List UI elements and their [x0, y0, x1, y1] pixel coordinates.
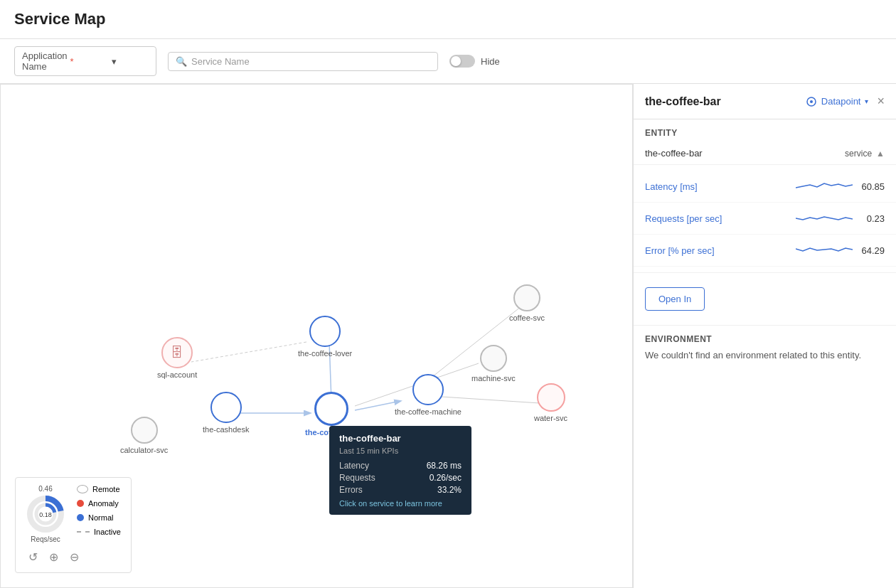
environment-text: We couldn't find an environment related … — [645, 350, 885, 360]
legend-zoom-out-btn[interactable]: ⊖ — [67, 549, 82, 565]
search-icon: 🔍 — [176, 56, 187, 67]
hide-toggle-section: Hide — [449, 55, 500, 68]
node-circle-calculator-svc — [131, 417, 158, 444]
legend-outer-value: 0.46 — [38, 485, 52, 493]
service-name-search[interactable]: 🔍 — [168, 52, 438, 71]
entity-section-label: Entity — [634, 119, 896, 142]
node-the-cashdesk[interactable]: the-cashdesk — [203, 392, 249, 434]
database-icon: 🗄 — [171, 346, 183, 360]
tooltip-errors-key: Errors — [339, 485, 363, 495]
metric-row-latency: Latency [ms] 60.85 — [634, 171, 896, 203]
tooltip-requests-key: Requests — [339, 473, 375, 483]
node-water-svc[interactable]: water-svc — [534, 383, 567, 422]
node-label-coffee-machine: the-coffee-machine — [395, 407, 462, 416]
legend-donut-chart: 0.46 0.18 Reqs/sec — [26, 485, 65, 543]
entity-type: service — [845, 149, 872, 159]
tooltip-latency-key: Latency — [339, 461, 369, 471]
metric-row-error: Error [% per sec] 64.29 — [634, 235, 896, 267]
legend-normal-label: Normal — [88, 513, 113, 522]
environment-title: Environment — [645, 334, 885, 344]
node-sql-account[interactable]: 🗄 sql-account — [157, 337, 197, 379]
sparkline-latency — [796, 178, 853, 195]
hide-toggle-switch[interactable] — [449, 55, 475, 68]
toolbar: Application Name * ▾ 🔍 Hide — [0, 39, 896, 84]
tooltip-requests-val: 0.26/sec — [430, 473, 462, 483]
metric-label-requests: Requests [per sec] — [645, 213, 796, 224]
metric-label-error: Error [% per sec] — [645, 245, 796, 256]
svg-point-13 — [810, 100, 813, 103]
tooltip-title: the-coffee-bar — [339, 433, 462, 444]
node-circle-water-svc — [537, 383, 565, 412]
entity-expand-chevron: ▲ — [876, 149, 885, 159]
legend-items: Remote Anomaly Normal Inactive — [77, 485, 121, 539]
node-circle-coffee-machine — [412, 374, 444, 405]
metric-label-latency: Latency [ms] — [645, 181, 796, 192]
panel-title: the-coffee-bar — [645, 95, 721, 108]
node-coffee-svc[interactable]: coffee-svc — [509, 284, 545, 322]
normal-dot — [77, 514, 84, 521]
legend-reqs-label: Reqs/sec — [31, 535, 60, 543]
legend-refresh-btn[interactable]: ↺ — [26, 549, 41, 565]
legend-zoom-in-btn[interactable]: ⊕ — [46, 549, 61, 565]
legend-controls: ↺ ⊕ ⊖ — [26, 549, 121, 565]
metric-value-error: 64.29 — [853, 245, 885, 256]
tooltip-errors-row: Errors 33.2% — [339, 485, 462, 495]
toggle-knob — [451, 56, 461, 66]
legend-inactive-row: Inactive — [77, 528, 121, 536]
node-circle-cashdesk — [210, 392, 242, 423]
node-label-calculator-svc: calculator-svc — [120, 446, 168, 454]
node-the-coffee-machine[interactable]: the-coffee-machine — [395, 374, 462, 416]
datapoint-button[interactable]: Datapoint ▾ — [806, 96, 869, 107]
tooltip-latency-val: 68.26 ms — [427, 461, 462, 471]
legend-anomaly-row: Anomaly — [77, 499, 121, 508]
remote-icon — [77, 485, 88, 493]
svg-line-1 — [191, 342, 306, 362]
required-asterisk: * — [70, 56, 107, 67]
app-name-select[interactable]: Application Name * ▾ — [14, 46, 156, 76]
sparkline-error — [796, 242, 853, 259]
donut-svg: 0.18 — [26, 494, 65, 534]
service-map-area[interactable]: 🗄 sql-account the-coffee-lover the-cashd… — [0, 84, 633, 588]
main-content: 🗄 sql-account the-coffee-lover the-cashd… — [0, 84, 896, 588]
metric-row-requests: Requests [per sec] 0.23 — [634, 203, 896, 235]
svg-line-3 — [355, 401, 400, 410]
datapoint-icon — [806, 96, 817, 107]
panel-close-button[interactable]: × — [877, 94, 885, 109]
node-label-sql-account: sql-account — [157, 370, 197, 379]
search-input[interactable] — [191, 56, 430, 67]
environment-section: Environment We couldn't find an environm… — [634, 326, 896, 369]
entity-row[interactable]: the-coffee-bar service ▲ — [634, 142, 896, 165]
tooltip-footer: Click on service to learn more — [339, 499, 462, 508]
sparkline-requests — [796, 210, 853, 227]
node-machine-svc[interactable]: machine-svc — [471, 345, 516, 383]
legend-anomaly-label: Anomaly — [88, 499, 119, 508]
node-circle-coffee-svc — [513, 284, 540, 311]
node-label-machine-svc: machine-svc — [471, 374, 516, 383]
legend-content: 0.46 0.18 Reqs/sec Remot — [26, 485, 121, 543]
datapoint-chevron: ▾ — [865, 97, 868, 105]
node-circle-coffee-lover — [309, 316, 341, 347]
node-the-coffee-lover[interactable]: the-coffee-lover — [298, 316, 352, 358]
datapoint-label: Datapoint — [821, 96, 861, 107]
app-name-label: Application Name — [22, 50, 68, 72]
legend-inactive-label: Inactive — [94, 528, 121, 536]
legend-remote-row: Remote — [77, 485, 121, 493]
metric-value-latency: 60.85 — [853, 181, 885, 192]
metrics-section: Latency [ms] 60.85 Requests [per sec] 0.… — [634, 165, 896, 273]
node-label-coffee-svc: coffee-svc — [509, 314, 545, 322]
metric-value-requests: 0.23 — [853, 213, 885, 224]
hide-label: Hide — [481, 56, 500, 67]
entity-name: the-coffee-bar — [645, 148, 703, 159]
page-header: Service Map — [0, 0, 896, 39]
node-label-coffee-lover: the-coffee-lover — [298, 349, 352, 358]
legend-remote-label: Remote — [92, 485, 120, 493]
node-calculator-svc[interactable]: calculator-svc — [120, 417, 168, 454]
inactive-line — [77, 531, 90, 533]
svg-text:0.18: 0.18 — [39, 511, 52, 518]
panel-header: the-coffee-bar Datapoint ▾ × — [634, 84, 896, 119]
open-in-button[interactable]: Open In — [645, 287, 705, 311]
anomaly-dot — [77, 500, 84, 507]
app-name-dropdown-arrow: ▾ — [112, 56, 149, 67]
node-circle-machine-svc — [480, 345, 507, 372]
node-label-cashdesk: the-cashdesk — [203, 425, 249, 434]
